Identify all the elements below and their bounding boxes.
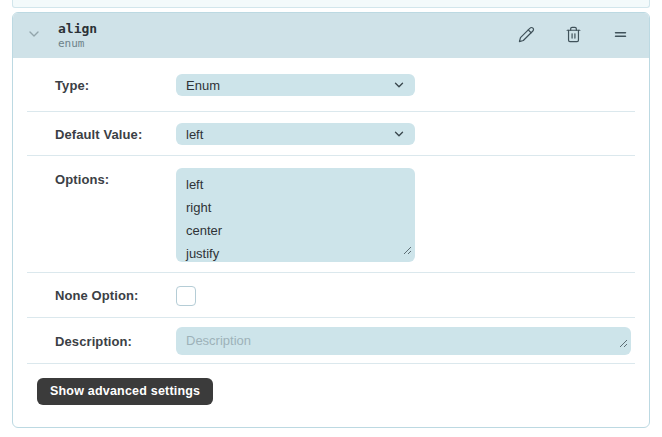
collapse-button[interactable] xyxy=(26,28,42,44)
default-value-select-value: left xyxy=(186,127,203,142)
type-select[interactable]: Enum xyxy=(176,74,415,96)
none-option-checkbox[interactable] xyxy=(176,286,196,306)
chevron-down-icon xyxy=(26,26,42,46)
show-advanced-settings-button[interactable]: Show advanced settings xyxy=(37,378,213,405)
drag-handle[interactable] xyxy=(611,27,629,45)
drag-handle-icon xyxy=(612,26,629,46)
property-card-align: align enum Type: Enum xyxy=(12,12,650,428)
options-row: Options: left right center justify xyxy=(13,156,649,273)
delete-button[interactable] xyxy=(564,27,582,45)
none-option-label: None Option: xyxy=(55,288,176,303)
options-textarea[interactable]: left right center justify xyxy=(176,168,415,262)
edit-button[interactable] xyxy=(517,27,535,45)
chevron-down-icon xyxy=(392,127,406,144)
type-select-value: Enum xyxy=(186,78,220,93)
description-label: Description: xyxy=(55,334,176,349)
previous-card-edge xyxy=(12,0,650,8)
property-name: align xyxy=(58,21,97,36)
footer-row: Show advanced settings xyxy=(13,364,649,428)
trash-icon xyxy=(565,26,582,46)
type-row: Type: Enum xyxy=(13,58,649,112)
pencil-icon xyxy=(518,26,535,46)
property-type-label: enum xyxy=(58,37,97,50)
description-control xyxy=(176,327,631,355)
chevron-down-icon xyxy=(392,78,406,95)
default-value-row: Default Value: left xyxy=(13,112,649,156)
description-textarea[interactable] xyxy=(176,327,631,355)
default-value-select[interactable]: left xyxy=(176,123,415,145)
options-control: left right center justify xyxy=(176,168,415,262)
type-label: Type: xyxy=(55,78,176,93)
default-value-label: Default Value: xyxy=(55,127,176,142)
property-card-header: align enum xyxy=(13,13,649,58)
header-actions xyxy=(517,27,629,45)
options-label: Options: xyxy=(55,156,176,187)
property-title-block: align enum xyxy=(58,21,97,50)
none-option-row: None Option: xyxy=(13,273,649,318)
description-row: Description: xyxy=(13,318,649,364)
